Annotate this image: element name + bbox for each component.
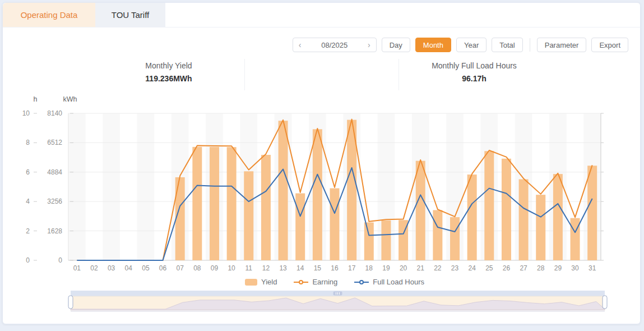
day-button[interactable]: Day: [382, 38, 410, 52]
svg-text:11: 11: [245, 264, 253, 272]
svg-text:07: 07: [177, 264, 184, 272]
svg-text:09: 09: [211, 264, 219, 272]
svg-text:20: 20: [400, 264, 407, 272]
tab-operating-data[interactable]: Operating Data: [3, 3, 95, 27]
svg-text:h: h: [34, 95, 38, 103]
toolbar-divider: [530, 38, 530, 52]
svg-text:23: 23: [451, 264, 459, 272]
svg-text:12: 12: [262, 264, 270, 272]
svg-text:10: 10: [228, 264, 235, 272]
date-picker[interactable]: ‹ 08/2025 ›: [293, 38, 377, 52]
tab-bar: Operating Data TOU Tariff: [3, 3, 640, 27]
svg-text:13: 13: [279, 264, 287, 272]
metric-monthly-yield: Monthly Yield 119.236MWh: [145, 61, 192, 83]
svg-text:1628: 1628: [47, 227, 62, 235]
svg-text:6512: 6512: [47, 139, 62, 146]
operating-data-card: 0246810016283256488465128140hkWh01020304…: [2, 2, 641, 324]
svg-text:02: 02: [90, 264, 98, 272]
svg-text:0: 0: [26, 256, 30, 264]
x-axis-labels: 0102030405060708091011121314151617181920…: [73, 264, 596, 272]
svg-text:8: 8: [26, 139, 30, 146]
svg-text:3256: 3256: [47, 197, 62, 205]
metrics-divider-2: [399, 59, 399, 90]
svg-text:30: 30: [571, 264, 579, 272]
svg-text:24: 24: [468, 264, 476, 272]
chevron-left-icon[interactable]: ‹: [299, 41, 302, 49]
svg-text:17: 17: [348, 264, 356, 272]
svg-text:25: 25: [485, 264, 493, 272]
svg-text:28: 28: [537, 264, 545, 272]
legend-item-yield[interactable]: Yield: [245, 278, 277, 286]
chevron-right-icon[interactable]: ›: [368, 41, 370, 49]
metric-full-load-hours-value: 96.17h: [432, 74, 517, 83]
svg-text:19: 19: [382, 264, 390, 272]
svg-text:15: 15: [314, 264, 322, 272]
metrics-divider-1: [244, 59, 245, 90]
operating-data-page: { "tabs": [ { "label": "Operating Data",…: [0, 0, 644, 331]
tab-tou-tariff-label: TOU Tariff: [112, 10, 150, 20]
metric-full-load-hours-label: Monthly Full Load Hours: [432, 61, 517, 70]
svg-text:01: 01: [73, 264, 81, 272]
year-button[interactable]: Year: [456, 38, 487, 52]
total-button[interactable]: Total: [492, 38, 522, 52]
svg-text:4884: 4884: [47, 168, 62, 176]
metric-full-load-hours: Monthly Full Load Hours 96.17h: [432, 61, 517, 83]
datazoom-slider[interactable]: [68, 291, 607, 312]
svg-text:06: 06: [159, 264, 167, 272]
metric-monthly-yield-label: Monthly Yield: [145, 61, 192, 70]
svg-text:26: 26: [503, 264, 511, 272]
svg-text:05: 05: [142, 264, 150, 272]
svg-text:08: 08: [193, 264, 201, 272]
svg-text:0: 0: [58, 256, 62, 264]
legend-yield-label: Yield: [261, 278, 277, 286]
toolbar: ‹ 08/2025 › Day Month Year Total Paramet…: [293, 38, 628, 52]
chart-legend: Yield Earning Full Load Hours: [68, 278, 601, 286]
svg-text:4: 4: [26, 197, 30, 205]
svg-text:04: 04: [125, 264, 133, 272]
svg-text:31: 31: [589, 264, 596, 272]
svg-text:10: 10: [22, 109, 30, 117]
legend-item-flh[interactable]: Full Load Hours: [354, 278, 424, 286]
export-button[interactable]: Export: [591, 38, 628, 52]
svg-text:kWh: kWh: [63, 95, 77, 103]
datazoom-right-handle[interactable]: [603, 296, 607, 309]
yield-swatch-icon: [245, 279, 257, 286]
svg-text:8140: 8140: [47, 109, 62, 117]
tab-tou-tariff[interactable]: TOU Tariff: [95, 3, 165, 27]
svg-text:16: 16: [331, 264, 339, 272]
svg-text:2: 2: [26, 227, 30, 235]
month-button[interactable]: Month: [415, 38, 451, 52]
legend-item-earning[interactable]: Earning: [294, 278, 337, 286]
tab-operating-data-label: Operating Data: [21, 10, 78, 20]
svg-text:21: 21: [417, 264, 425, 272]
full-load-hours-line-icon: [354, 279, 369, 286]
svg-text:03: 03: [108, 264, 115, 272]
svg-text:22: 22: [434, 264, 442, 272]
svg-text:6: 6: [26, 168, 30, 176]
svg-text:27: 27: [520, 264, 527, 272]
parameter-button[interactable]: Parameter: [537, 38, 587, 52]
svg-text:29: 29: [554, 264, 562, 272]
metric-monthly-yield-value: 119.236MWh: [145, 74, 192, 83]
svg-text:18: 18: [365, 264, 373, 272]
earning-line-icon: [294, 279, 308, 286]
svg-text:14: 14: [296, 264, 304, 272]
datazoom-left-handle[interactable]: [68, 296, 73, 309]
legend-earning-label: Earning: [312, 278, 337, 286]
date-picker-value: 08/2025: [321, 41, 348, 49]
legend-flh-label: Full Load Hours: [373, 278, 424, 286]
